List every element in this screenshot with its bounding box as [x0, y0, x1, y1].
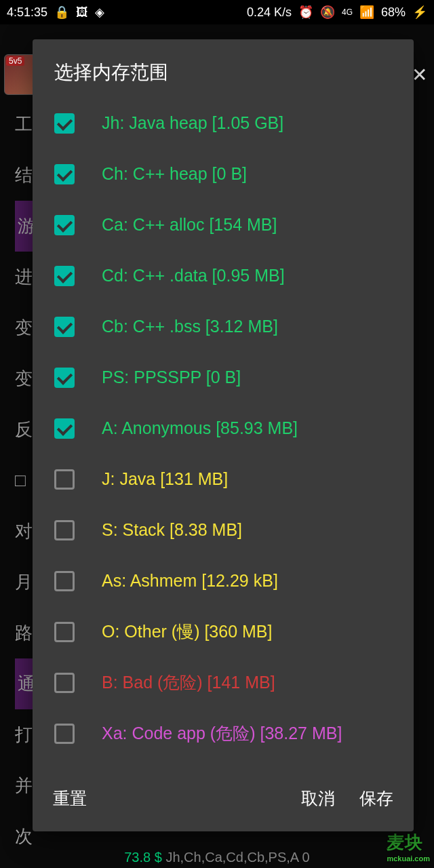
checkbox[interactable] [54, 571, 75, 591]
memory-range-row[interactable]: Cb: C++ .bss [3.12 MB] [45, 301, 401, 352]
dialog-title: 选择内存范围 [33, 39, 414, 98]
memory-range-row[interactable]: B: Bad (危险) [141 MB] [45, 657, 401, 708]
checkbox[interactable] [54, 215, 75, 235]
checkbox[interactable] [54, 724, 75, 744]
memory-range-label: Jh: Java heap [1.05 GB] [102, 113, 283, 133]
memory-range-row[interactable]: Xs: Code system (危险) [122 MB] [45, 759, 401, 770]
checkbox[interactable] [54, 673, 75, 693]
reset-button[interactable]: 重置 [41, 782, 99, 815]
dialog-button-bar: 重置 取消 保存 [33, 770, 414, 831]
memory-range-label: Cb: C++ .bss [3.12 MB] [102, 317, 278, 336]
memory-range-row[interactable]: Cd: C++ .data [0.95 MB] [45, 250, 401, 301]
memory-range-row[interactable]: S: Stack [8.38 MB] [45, 505, 401, 555]
checkbox[interactable] [54, 266, 75, 286]
status-battery: 68% [381, 5, 406, 20]
checkbox[interactable] [54, 622, 75, 642]
memory-range-label: S: Stack [8.38 MB] [102, 520, 242, 540]
memory-range-row[interactable]: Xa: Code app (危险) [38.27 MB] [45, 708, 401, 759]
signal-icon: 📶 [359, 5, 374, 20]
save-button[interactable]: 保存 [347, 782, 406, 815]
memory-range-label: Cd: C++ .data [0.95 MB] [102, 266, 285, 285]
memory-range-label: PS: PPSSPP [0 B] [102, 368, 241, 387]
mute-icon: 🔕 [320, 5, 335, 20]
status-bar: 4:51:35 🔒 🖼 ◈ 0.24 K/s ⏰ 🔕 4G 📶 68% ⚡ [0, 0, 434, 24]
checkbox[interactable] [54, 317, 75, 337]
memory-range-label: A: Anonymous [85.93 MB] [102, 418, 298, 438]
memory-range-label: J: Java [131 MB] [102, 469, 228, 489]
watermark: 麦块 mckuai.com [387, 831, 430, 863]
checkbox[interactable] [54, 418, 75, 439]
memory-range-list: Jh: Java heap [1.05 GB]Ch: C++ heap [0 B… [33, 98, 414, 770]
checkbox[interactable] [54, 113, 75, 134]
memory-range-row[interactable]: Ch: C++ heap [0 B] [45, 149, 401, 199]
cancel-button[interactable]: 取消 [289, 782, 347, 815]
lock-icon: 🔒 [54, 5, 69, 20]
memory-range-label: B: Bad (危险) [141 MB] [102, 671, 275, 694]
footer-bar: 73.8 $ Jh,Ch,Ca,Cd,Cb,PS,A 0 [0, 850, 434, 865]
memory-range-label: As: Ashmem [12.29 kB] [102, 571, 278, 591]
close-icon[interactable]: ✕ [412, 64, 427, 86]
alarm-icon: ⏰ [298, 5, 313, 20]
checkbox[interactable] [54, 469, 75, 490]
status-time: 4:51:35 [7, 5, 47, 20]
memory-range-label: O: Other (慢) [360 MB] [102, 620, 272, 643]
checkbox[interactable] [54, 520, 75, 540]
checkbox[interactable] [54, 368, 75, 388]
status-signal: 4G [342, 7, 353, 17]
checkbox[interactable] [54, 164, 75, 184]
memory-range-label: Xa: Code app (危险) [38.27 MB] [102, 722, 342, 745]
app-icon: ◈ [95, 5, 104, 20]
memory-range-row[interactable]: A: Anonymous [85.93 MB] [45, 403, 401, 454]
charging-icon: ⚡ [412, 5, 427, 20]
memory-range-label: Ca: C++ alloc [154 MB] [102, 215, 277, 235]
memory-range-row[interactable]: Ca: C++ alloc [154 MB] [45, 199, 401, 250]
status-netspeed: 0.24 K/s [247, 5, 292, 20]
memory-range-row[interactable]: PS: PPSSPP [0 B] [45, 352, 401, 403]
memory-range-row[interactable]: O: Other (慢) [360 MB] [45, 606, 401, 657]
memory-range-row[interactable]: Jh: Java heap [1.05 GB] [45, 98, 401, 149]
memory-range-row[interactable]: J: Java [131 MB] [45, 454, 401, 505]
memory-range-dialog: 选择内存范围 Jh: Java heap [1.05 GB]Ch: C++ he… [33, 39, 414, 831]
memory-range-row[interactable]: As: Ashmem [12.29 kB] [45, 555, 401, 606]
image-icon: 🖼 [76, 5, 88, 20]
memory-range-label: Ch: C++ heap [0 B] [102, 164, 247, 184]
